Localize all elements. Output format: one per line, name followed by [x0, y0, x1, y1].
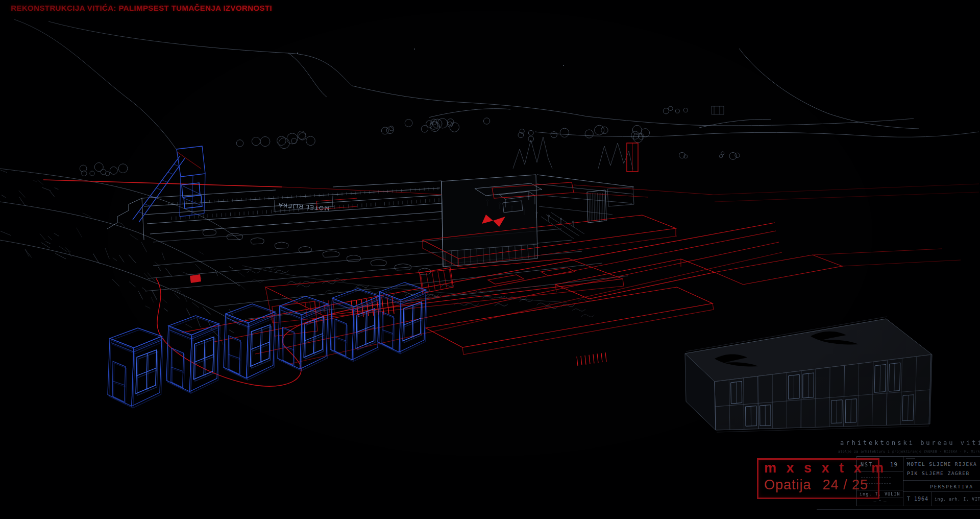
page-title: REKONSTRUKCIJA VITIĆA: PALIMPSEST TUMAČE…	[11, 4, 272, 12]
studio-name: m x s x t x m	[764, 460, 887, 476]
perspective-drawing: MOTEL RIJEKA	[0, 0, 980, 519]
project-title-line1: MOTEL SLJEME RIJEKA	[907, 461, 977, 467]
poster-canvas: MOTEL RIJEKA	[0, 0, 980, 519]
blue-module-wireframes	[108, 146, 427, 408]
architect-signature: ing. arh. I. VITIĆ	[932, 492, 980, 506]
badge-season: 24 / 25	[823, 477, 869, 492]
studio-location-season: Opatija24 / 25	[764, 477, 868, 493]
studio-badge: m x s x t x m Opatija24 / 25	[757, 458, 879, 499]
drawing-date: T 1964	[903, 492, 932, 506]
red-road-line	[43, 152, 442, 195]
architect-office-name: arhitektonski bureau vitić	[840, 439, 980, 446]
promenade-lines	[145, 229, 628, 319]
blue-modular-boxes	[108, 282, 427, 408]
micro-label	[906, 458, 915, 459]
rock-hatching	[1, 170, 246, 345]
architect-office-subline: atelje za arhitekturu i projektiranje ZA…	[838, 450, 980, 454]
massing-model-3d	[685, 317, 932, 432]
boat-car-sketches	[203, 229, 430, 275]
project-title-line2: PIK SLJEME ZAGREB	[907, 470, 970, 476]
badge-location: Opatija	[764, 477, 812, 492]
ditto-mark: — ʺ —	[857, 498, 903, 506]
bottom-rule-line	[817, 509, 980, 510]
drawing-type: PERSPEKTIVA	[903, 481, 980, 492]
terrain-contours	[0, 19, 979, 325]
project-title-cell: MOTEL SLJEME RIJEKA PIK SLJEME ZAGREB	[903, 457, 980, 481]
sheet-number: 19	[890, 461, 898, 468]
